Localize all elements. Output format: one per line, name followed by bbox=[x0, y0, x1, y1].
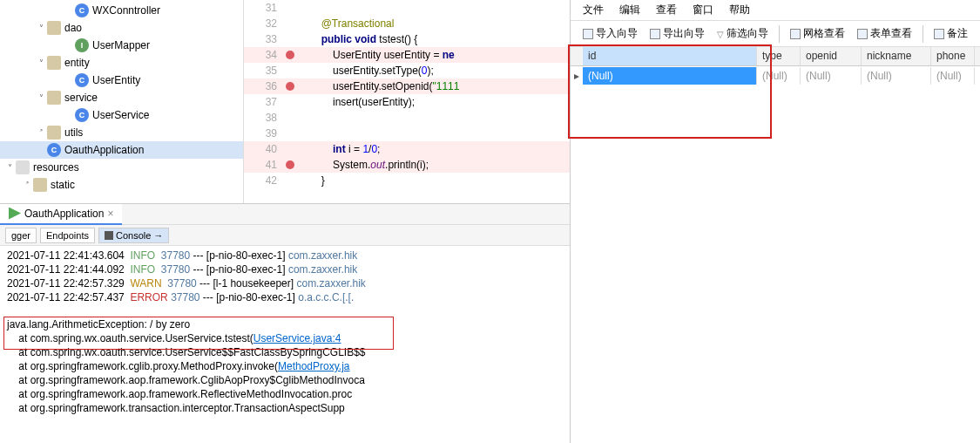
code-editor[interactable]: 3132 @Transactional33 public void tstest… bbox=[244, 0, 570, 203]
tree-item-wxconntroller[interactable]: CWXConntroller bbox=[0, 2, 243, 19]
stack-line: at org.springframework.aop.framework.Ref… bbox=[7, 388, 563, 402]
log-line: 2021-07-11 22:42:57.437 ERROR 37780 --- … bbox=[7, 291, 563, 305]
bottom-panel: OauthApplication × ggerEndpoints Console… bbox=[0, 203, 570, 443]
expand-icon[interactable]: ˅ bbox=[35, 58, 47, 68]
menu-窗口[interactable]: 窗口 bbox=[693, 3, 713, 17]
stack-line: at org.springframework.transaction.inter… bbox=[7, 402, 563, 416]
tool-chip-gger[interactable]: gger bbox=[5, 228, 37, 243]
tree-item-static[interactable]: ˃static bbox=[0, 176, 243, 194]
code-line[interactable]: 38 bbox=[244, 110, 570, 126]
expand-icon[interactable]: ˅ bbox=[35, 24, 47, 33]
stack-line: at com.spring.wx.oauth.service.UserServi… bbox=[7, 346, 563, 360]
close-icon[interactable]: × bbox=[107, 208, 113, 220]
project-tree[interactable]: CWXConntroller˅daoIUserMapper˅entityCUse… bbox=[0, 0, 244, 203]
menu-帮助[interactable]: 帮助 bbox=[729, 3, 750, 17]
code-line[interactable]: 41 System.out.println(i); bbox=[244, 157, 570, 173]
class-c-icon: C bbox=[47, 143, 61, 157]
breakpoint-icon[interactable] bbox=[282, 82, 298, 91]
db-toolbar: 导入向导导出向导筛选向导网格查看表单查看备注 bbox=[571, 21, 980, 47]
line-number: 36 bbox=[244, 80, 282, 92]
col-header-type[interactable]: type bbox=[757, 47, 801, 65]
code-line[interactable]: 34 UserEntity userEntity = ne bbox=[244, 47, 570, 63]
col-header-openid[interactable]: openid bbox=[801, 47, 862, 65]
code-line[interactable]: 40 int i = 1/0; bbox=[244, 141, 570, 157]
funnel-icon bbox=[717, 28, 724, 40]
tree-item-usermapper[interactable]: IUserMapper bbox=[0, 37, 243, 54]
class-c-icon: C bbox=[75, 3, 89, 17]
tool-chip-console[interactable]: Console → bbox=[98, 228, 169, 243]
stack-link[interactable]: UserService.java:4 bbox=[253, 332, 341, 344]
col-header-phone[interactable]: phone bbox=[931, 47, 975, 65]
breakpoint-icon[interactable] bbox=[282, 160, 298, 169]
tree-item-userservice[interactable]: CUserService bbox=[0, 106, 243, 124]
tree-item-userentity[interactable]: CUserEntity bbox=[0, 72, 243, 89]
line-number: 35 bbox=[244, 65, 282, 77]
folder-icon bbox=[47, 126, 61, 140]
db-grid[interactable]: idtypeopenidnicknamephone ▸(Null)(Null)(… bbox=[571, 47, 980, 443]
col-header-id[interactable]: id bbox=[583, 47, 757, 65]
tree-item-oauthapplication[interactable]: COauthApplication bbox=[0, 141, 243, 159]
expand-icon[interactable]: ˃ bbox=[21, 181, 33, 190]
tree-item-service[interactable]: ˅service bbox=[0, 89, 243, 106]
interface-i-icon: I bbox=[75, 38, 89, 52]
menu-文件[interactable]: 文件 bbox=[583, 3, 604, 17]
cell[interactable]: (Null) bbox=[757, 67, 801, 85]
tree-item-entity[interactable]: ˅entity bbox=[0, 54, 243, 72]
breakpoint-icon[interactable] bbox=[282, 51, 298, 59]
tree-label: service bbox=[64, 92, 98, 104]
code-line[interactable]: 39 bbox=[244, 126, 570, 141]
console-output[interactable]: 2021-07-11 22:41:43.604 INFO 37780 --- [… bbox=[0, 246, 570, 443]
class-c-icon: C bbox=[75, 73, 89, 87]
expand-icon[interactable]: ˃ bbox=[35, 128, 47, 138]
code-line[interactable]: 33 public void tstest() { bbox=[244, 31, 570, 47]
tree-label: static bbox=[51, 179, 75, 191]
sq-icon bbox=[857, 29, 868, 39]
db-menu-bar: 文件编辑查看窗口帮助 bbox=[571, 0, 980, 21]
line-number: 40 bbox=[244, 143, 282, 155]
db-btn-网格查看[interactable]: 网格查看 bbox=[787, 24, 848, 43]
res-icon bbox=[16, 160, 30, 174]
run-icon bbox=[9, 208, 21, 220]
db-btn-导出向导[interactable]: 导出向导 bbox=[646, 24, 708, 43]
line-number: 31 bbox=[244, 2, 282, 14]
code-text: public void tstest() { bbox=[298, 33, 570, 45]
cell[interactable]: (Null) bbox=[801, 67, 862, 85]
code-text: int i = 1/0; bbox=[298, 143, 570, 155]
db-btn-备注[interactable]: 备注 bbox=[930, 24, 971, 43]
code-line[interactable]: 31 bbox=[244, 0, 570, 16]
code-line[interactable]: 32 @Transactional bbox=[244, 16, 570, 31]
stack-link[interactable]: MethodProxy.ja bbox=[278, 360, 349, 372]
tool-chip-endpoints[interactable]: Endpoints bbox=[40, 228, 95, 243]
cell[interactable]: (Null) bbox=[583, 67, 757, 85]
line-number: 41 bbox=[244, 159, 282, 171]
line-number: 34 bbox=[244, 49, 282, 61]
ide-pane: CWXConntroller˅daoIUserMapper˅entityCUse… bbox=[0, 0, 571, 443]
folder-icon bbox=[47, 21, 61, 35]
tree-item-dao[interactable]: ˅dao bbox=[0, 19, 243, 37]
menu-编辑[interactable]: 编辑 bbox=[619, 3, 640, 17]
col-header-nickname[interactable]: nickname bbox=[862, 47, 931, 65]
tree-item-utils[interactable]: ˃utils bbox=[0, 124, 243, 141]
code-text: insert(userEntity); bbox=[298, 96, 570, 108]
code-line[interactable]: 37 insert(userEntity); bbox=[244, 94, 570, 110]
sq-icon bbox=[790, 29, 801, 39]
db-btn-筛选向导[interactable]: 筛选向导 bbox=[713, 24, 772, 43]
line-number: 33 bbox=[244, 33, 282, 45]
tree-item-resources[interactable]: ˅resources bbox=[0, 159, 243, 176]
code-line[interactable]: 36 userEntity.setOpenid("1111 bbox=[244, 78, 570, 94]
db-btn-导入向导[interactable]: 导入向导 bbox=[579, 24, 641, 43]
code-line[interactable]: 42 } bbox=[244, 173, 570, 188]
cell[interactable]: (Null) bbox=[931, 67, 975, 85]
menu-查看[interactable]: 查看 bbox=[656, 3, 677, 17]
code-line[interactable]: 35 userEntity.setType(0); bbox=[244, 63, 570, 78]
run-tab[interactable]: OauthApplication × bbox=[0, 204, 122, 225]
cell[interactable]: (Null) bbox=[862, 67, 931, 85]
expand-icon[interactable]: ˅ bbox=[3, 163, 16, 173]
expand-icon[interactable]: ˅ bbox=[35, 93, 47, 103]
line-number: 38 bbox=[244, 112, 282, 124]
db-btn-表单查看[interactable]: 表单查看 bbox=[854, 24, 916, 43]
stack-line: at org.springframework.cglib.proxy.Metho… bbox=[7, 360, 563, 374]
console-icon bbox=[105, 231, 113, 240]
grid-row[interactable]: ▸(Null)(Null)(Null)(Null)(Null) bbox=[571, 66, 980, 85]
ide-top: CWXConntroller˅daoIUserMapper˅entityCUse… bbox=[0, 0, 570, 203]
